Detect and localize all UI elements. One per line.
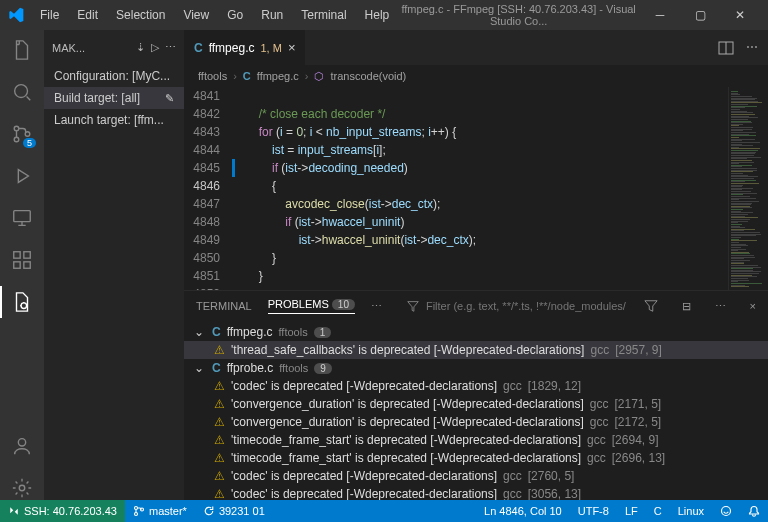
code-line[interactable]: avcodec_close(ist->dec_ctx); (232, 195, 728, 213)
tab-label: ffmpeg.c (209, 41, 255, 55)
os-status[interactable]: Linux (670, 500, 712, 522)
sidebar-row[interactable]: Launch target: [ffm... (44, 109, 184, 131)
problem-item[interactable]: ⚠ 'convergence_duration' is deprecated [… (184, 413, 768, 431)
problem-source: gcc (590, 415, 609, 429)
title-bar: FileEditSelectionViewGoRunTerminalHelp f… (0, 0, 768, 30)
problem-message: 'timecode_frame_start' is deprecated [-W… (231, 433, 581, 447)
tab-close-icon[interactable]: × (288, 40, 296, 55)
problem-item[interactable]: ⚠ 'convergence_duration' is deprecated [… (184, 395, 768, 413)
pencil-icon[interactable]: ✎ (165, 92, 174, 105)
breadcrumb-segment[interactable]: transcode(void) (330, 70, 406, 82)
menu-help[interactable]: Help (357, 4, 398, 26)
minimize-button[interactable]: ─ (640, 0, 680, 30)
sidebar-row[interactable]: Configuration: [MyC... (44, 65, 184, 87)
code-line[interactable]: ist = input_streams[i]; (232, 141, 728, 159)
notifications-icon[interactable] (740, 500, 768, 522)
menu-terminal[interactable]: Terminal (293, 4, 354, 26)
problem-message: 'codec' is deprecated [-Wdeprecated-decl… (231, 379, 497, 393)
code-line[interactable]: ist->hwaccel_uninit(ist->dec_ctx); (232, 231, 728, 249)
editor[interactable]: 4841484248434844484548464847484848494850… (184, 87, 768, 290)
panel-close-icon[interactable]: × (750, 300, 756, 312)
svg-point-2 (14, 137, 19, 142)
breadcrumbs[interactable]: fftools›Cffmpeg.c›⬡transcode(void) (184, 65, 768, 87)
sync-indicator[interactable]: 39231 01 (195, 500, 273, 522)
code-content[interactable]: /* close each decoder */ for (i = 0; i <… (232, 87, 728, 290)
extensions-icon[interactable] (10, 248, 34, 272)
problem-item[interactable]: ⚠ 'codec' is deprecated [-Wdeprecated-de… (184, 485, 768, 500)
menu-edit[interactable]: Edit (69, 4, 106, 26)
source-control-icon[interactable]: 5 (10, 122, 34, 146)
problem-item[interactable]: ⚠ 'codec' is deprecated [-Wdeprecated-de… (184, 377, 768, 395)
code-line[interactable]: if (ist->hwaccel_uninit) (232, 213, 728, 231)
remote-indicator[interactable]: SSH: 40.76.203.43 (0, 500, 125, 522)
code-line[interactable]: for (i = 0; i < nb_input_streams; i++) { (232, 123, 728, 141)
problem-source: gcc (503, 379, 522, 393)
problem-item[interactable]: ⚠ 'timecode_frame_start' is deprecated [… (184, 431, 768, 449)
line-gutter: 4841484248434844484548464847484848494850… (184, 87, 232, 290)
editor-more-icon[interactable]: ⋯ (746, 40, 758, 56)
c-file-icon: C (212, 361, 221, 375)
breadcrumb-segment[interactable]: fftools (198, 70, 227, 82)
problem-file-name: ffmpeg.c (227, 325, 273, 339)
filter-icon[interactable] (406, 299, 420, 313)
tab-ffmpeg-c[interactable]: C ffmpeg.c 1, M × (184, 30, 305, 65)
branch-indicator[interactable]: master* (125, 500, 195, 522)
problem-file-group[interactable]: ⌄Cffprobe.c fftools 9 (184, 359, 768, 377)
cursor-position[interactable]: Ln 4846, Col 10 (476, 500, 570, 522)
modified-gutter-mark (232, 159, 235, 177)
breadcrumb-segment[interactable]: ffmpeg.c (257, 70, 299, 82)
sidebar-more-icon[interactable]: ⋯ (165, 41, 176, 54)
code-line[interactable] (232, 285, 728, 290)
svg-point-11 (19, 485, 25, 491)
maximize-button[interactable]: ▢ (680, 0, 720, 30)
eol-status[interactable]: LF (617, 500, 646, 522)
search-icon[interactable] (10, 80, 34, 104)
panel-hdr-more-icon[interactable]: ⋯ (715, 300, 726, 313)
collapse-all-icon[interactable]: ⊟ (682, 300, 691, 313)
makefile-tools-icon[interactable] (10, 290, 34, 314)
panel-tab-terminal[interactable]: TERMINAL (196, 300, 252, 312)
editor-actions: ⋯ (718, 40, 768, 56)
sidebar-row[interactable]: Build target: [all]✎ (44, 87, 184, 109)
line-number: 4846 (184, 177, 220, 195)
split-editor-icon[interactable] (718, 40, 734, 56)
filter-funnel-icon[interactable] (644, 299, 658, 313)
sidebar-row-label: Build target: [all] (54, 91, 140, 105)
svg-rect-8 (24, 252, 30, 258)
code-line[interactable]: } (232, 267, 728, 285)
warning-icon: ⚠ (214, 451, 225, 465)
code-line[interactable]: { (232, 177, 728, 195)
problem-item[interactable]: ⚠ 'thread_safe_callbacks' is deprecated … (184, 341, 768, 359)
sidebar-action-build-icon[interactable]: ⇣ (136, 41, 145, 54)
code-line[interactable]: if (ist->decoding_needed) (232, 159, 728, 177)
remote-explorer-icon[interactable] (10, 206, 34, 230)
feedback-icon[interactable] (712, 500, 740, 522)
code-line[interactable]: /* close each decoder */ (232, 105, 728, 123)
problem-item[interactable]: ⚠ 'timecode_frame_start' is deprecated [… (184, 449, 768, 467)
problem-file-group[interactable]: ⌄Cffmpeg.c fftools 1 (184, 323, 768, 341)
menu-view[interactable]: View (175, 4, 217, 26)
editor-group: C ffmpeg.c 1, M × ⋯ fftools›Cffmpeg.c›⬡t… (184, 30, 768, 500)
accounts-icon[interactable] (10, 434, 34, 458)
explorer-icon[interactable] (10, 38, 34, 62)
code-line[interactable]: } (232, 249, 728, 267)
problems-filter-input[interactable] (426, 300, 626, 312)
close-button[interactable]: ✕ (720, 0, 760, 30)
problem-item[interactable]: ⚠ 'codec' is deprecated [-Wdeprecated-de… (184, 467, 768, 485)
panel-more-icon[interactable]: ⋯ (371, 300, 382, 313)
settings-gear-icon[interactable] (10, 476, 34, 500)
problem-location: [1829, 12] (528, 379, 581, 393)
warning-icon: ⚠ (214, 343, 225, 357)
menu-selection[interactable]: Selection (108, 4, 173, 26)
problem-location: [2694, 9] (612, 433, 659, 447)
language-status[interactable]: C (646, 500, 670, 522)
menu-go[interactable]: Go (219, 4, 251, 26)
menu-run[interactable]: Run (253, 4, 291, 26)
minimap[interactable] (728, 87, 768, 290)
panel-tab-problems[interactable]: PROBLEMS 10 (268, 298, 355, 314)
sidebar-action-run-icon[interactable]: ▷ (151, 41, 159, 54)
run-debug-icon[interactable] (10, 164, 34, 188)
encoding-status[interactable]: UTF-8 (570, 500, 617, 522)
code-line[interactable] (232, 87, 728, 105)
menu-file[interactable]: File (32, 4, 67, 26)
